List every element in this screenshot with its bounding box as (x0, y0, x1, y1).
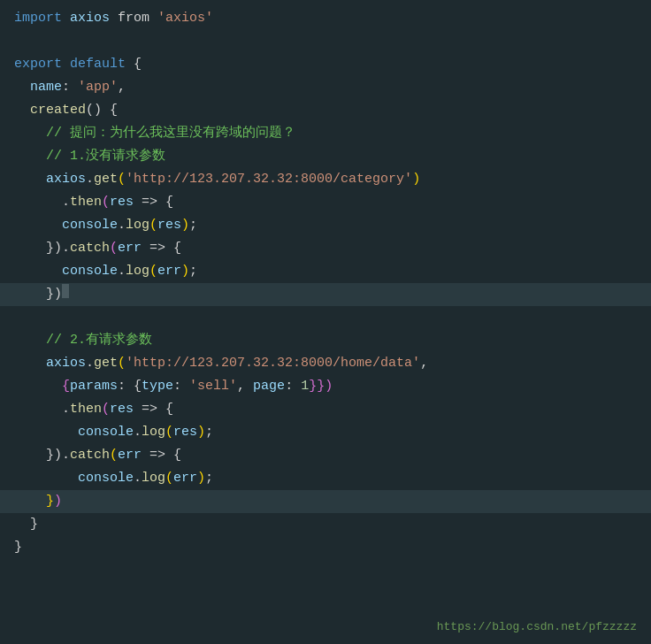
code-line: .then(res => { (0, 398, 651, 421)
code-line: .then(res => { (0, 191, 651, 214)
watermark: https://blog.csdn.net/pfzzzzz (437, 618, 637, 637)
code-line: console.log(res); (0, 214, 651, 237)
code-line: }).catch(err => { (0, 444, 651, 467)
code-lines: import axios from 'axios' export default… (0, 7, 651, 559)
code-line (0, 30, 651, 53)
code-line: // 1.没有请求参数 (0, 145, 651, 168)
code-line: axios.get('http://123.207.32.32:8000/cat… (0, 168, 651, 191)
code-line: created() { (0, 99, 651, 122)
code-line: // 提问：为什么我这里没有跨域的问题？ (0, 122, 651, 145)
code-line: } (0, 513, 651, 536)
code-line: console.log(err); (0, 467, 651, 490)
code-line: import axios from 'axios' (0, 7, 651, 30)
code-line: console.log(res); (0, 421, 651, 444)
code-line: axios.get('http://123.207.32.32:8000/hom… (0, 352, 651, 375)
code-line: }) (0, 283, 651, 306)
code-line (0, 306, 651, 329)
code-line: }).catch(err => { (0, 237, 651, 260)
code-line: } (0, 536, 651, 559)
code-line: name: 'app', (0, 76, 651, 99)
code-editor: import axios from 'axios' export default… (0, 0, 651, 644)
code-line: // 2.有请求参数 (0, 329, 651, 352)
code-line: }) (0, 490, 651, 513)
code-line: {params: {type: 'sell', page: 1}}) (0, 375, 651, 398)
code-line: export default { (0, 53, 651, 76)
code-line: console.log(err); (0, 260, 651, 283)
